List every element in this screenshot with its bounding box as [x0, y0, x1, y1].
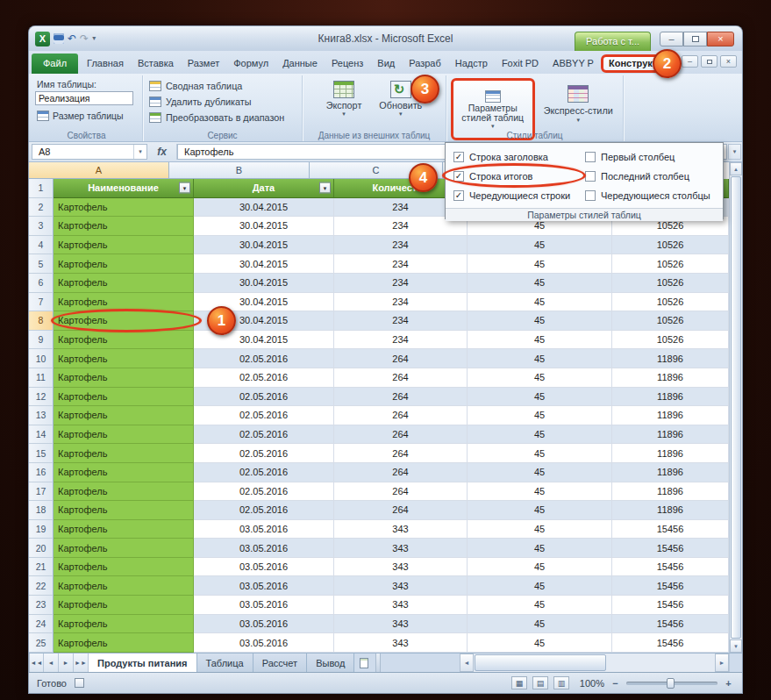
grid-cell[interactable]: 03.05.2016 [194, 520, 334, 539]
remove-duplicates-button[interactable]: Удалить дубликаты [147, 94, 297, 110]
grid-cell[interactable]: 45 [468, 254, 612, 274]
grid-cell[interactable]: 234 [334, 293, 468, 312]
row-header-17[interactable]: 17 [29, 482, 54, 502]
grid-cell[interactable]: 234 [334, 236, 468, 255]
ribbon-tab-view[interactable]: Вид [370, 54, 402, 74]
convert-to-range-button[interactable]: Преобразовать в диапазон [147, 110, 297, 125]
zoom-slider[interactable] [626, 682, 717, 685]
grid-cell[interactable]: Картофель [54, 596, 194, 615]
grid-cell[interactable]: Картофель [54, 254, 194, 274]
grid-cell[interactable]: 10526 [612, 331, 729, 350]
grid-cell[interactable]: 02.05.2016 [194, 425, 334, 445]
grid-cell[interactable]: 02.05.2016 [194, 444, 334, 463]
scroll-down-icon[interactable]: ▼ [730, 639, 742, 653]
ribbon-tab-abbyy[interactable]: ABBYY P [546, 54, 601, 74]
filter-dropdown-icon[interactable]: ▼ [179, 182, 190, 194]
row-header-15[interactable]: 15 [29, 444, 54, 463]
grid-cell[interactable]: 45 [468, 615, 612, 634]
grid-cell[interactable]: 45 [468, 444, 612, 463]
grid-cell[interactable]: 30.04.2015 [194, 217, 334, 236]
grid-cell[interactable]: Картофель [54, 406, 194, 425]
grid-cell[interactable]: 15456 [612, 615, 729, 634]
grid-cell[interactable]: 02.05.2016 [194, 406, 334, 425]
grid-cell[interactable]: Картофель [54, 520, 194, 539]
grid-cell[interactable]: Картофель [54, 539, 194, 558]
restore-button[interactable] [683, 32, 707, 46]
grid-cell[interactable]: 30.04.2015 [194, 236, 334, 255]
checkbox-banded-rows[interactable]: ✓Чередующиеся строки [453, 186, 585, 205]
row-header-7[interactable]: 7 [29, 293, 54, 312]
table-header-cell[interactable]: Наименование▼ [54, 179, 194, 198]
grid-cell[interactable]: Картофель [54, 615, 194, 634]
grid-cell[interactable]: 10526 [612, 254, 729, 274]
grid-cell[interactable]: Картофель [54, 368, 194, 388]
grid-cell[interactable]: 03.05.2016 [194, 633, 334, 653]
grid-cell[interactable]: Картофель [54, 274, 194, 293]
grid-cell[interactable]: 15456 [612, 633, 729, 653]
horizontal-scrollbar[interactable]: ◄ ► [460, 654, 742, 672]
row-header-8[interactable]: 8 [29, 311, 54, 331]
ribbon-tab-insert[interactable]: Вставка [131, 54, 181, 74]
grid-cell[interactable]: 234 [334, 331, 468, 350]
quick-styles-button[interactable]: Экспресс-стили ▾ [539, 78, 619, 129]
table-name-input[interactable] [35, 91, 133, 105]
grid-cell[interactable]: 45 [468, 425, 612, 445]
grid-cell[interactable]: 343 [334, 520, 468, 539]
grid-cell[interactable]: Картофель [54, 425, 194, 445]
scroll-up-icon[interactable]: ▲ [730, 162, 742, 175]
insert-function-button[interactable]: fx [147, 144, 177, 160]
sheet-tab-3[interactable]: Рассчет [253, 654, 308, 672]
redo-icon[interactable]: ↷ [80, 33, 89, 44]
resize-table-button[interactable]: Размер таблицы [37, 111, 138, 121]
grid-cell[interactable]: 45 [468, 558, 612, 577]
row-header-2[interactable]: 2 [29, 198, 54, 218]
grid-cell[interactable]: 264 [334, 368, 468, 388]
row-header-11[interactable]: 11 [29, 368, 54, 388]
grid-cell[interactable]: 11896 [612, 406, 729, 425]
grid-cell[interactable]: 11896 [612, 501, 729, 520]
close-button[interactable]: × [707, 32, 734, 46]
ribbon-tab-file[interactable]: Файл [32, 54, 78, 74]
zoom-level[interactable]: 100% [575, 678, 604, 689]
grid-cell[interactable]: 45 [468, 463, 612, 482]
checkbox-unchecked-icon[interactable] [585, 152, 596, 162]
grid-cell[interactable]: 10526 [612, 311, 729, 331]
grid-cell[interactable]: 343 [334, 596, 468, 615]
grid-cell[interactable]: 45 [468, 596, 612, 615]
grid-cell[interactable]: Картофель [54, 331, 194, 350]
grid-cell[interactable]: Картофель [54, 349, 194, 368]
checkbox-checked-icon[interactable]: ✓ [453, 152, 464, 162]
name-box[interactable]: A8 ▾ [32, 144, 147, 160]
ribbon-tab-review[interactable]: Реценз [325, 54, 370, 74]
grid-cell[interactable]: Картофель [54, 217, 194, 236]
ribbon-tab-data[interactable]: Данные [275, 54, 325, 74]
row-header-24[interactable]: 24 [29, 615, 54, 634]
grid-cell[interactable]: 11896 [612, 482, 729, 502]
row-header-22[interactable]: 22 [29, 576, 54, 596]
grid-cell[interactable]: 03.05.2016 [194, 558, 334, 577]
contextual-tab-group-header[interactable]: Работа с т... [575, 32, 651, 51]
workbook-minimize-button[interactable]: – [682, 55, 698, 68]
grid-cell[interactable]: 15456 [612, 520, 729, 539]
grid-cell[interactable]: 234 [334, 311, 468, 331]
first-sheet-button[interactable]: ◄◄ [29, 654, 44, 672]
grid-cell[interactable]: 02.05.2016 [194, 368, 334, 388]
undo-icon[interactable]: ↶ [68, 33, 76, 44]
zoom-out-button[interactable]: − [610, 678, 621, 689]
grid-cell[interactable]: Картофель [54, 236, 194, 255]
grid-cell[interactable]: Картофель [54, 463, 194, 482]
grid-cell[interactable]: 11896 [612, 368, 729, 388]
grid-cell[interactable]: 343 [334, 615, 468, 634]
zoom-slider-thumb[interactable] [667, 678, 675, 689]
grid-cell[interactable]: Картофель [54, 388, 194, 407]
ribbon-tab-developer[interactable]: Разраб [402, 54, 448, 74]
column-header-A[interactable]: A [29, 162, 169, 179]
grid-cell[interactable]: 264 [334, 463, 468, 482]
tab-splitter-handle[interactable] [375, 654, 381, 672]
checkbox-first-column[interactable]: Первый столбец [585, 147, 725, 167]
checkbox-unchecked-icon[interactable] [585, 171, 596, 182]
grid-cell[interactable]: 343 [334, 558, 468, 577]
row-header-14[interactable]: 14 [29, 425, 54, 445]
scroll-left-icon[interactable]: ◄ [460, 654, 474, 672]
grid-cell[interactable]: 15456 [612, 576, 729, 596]
